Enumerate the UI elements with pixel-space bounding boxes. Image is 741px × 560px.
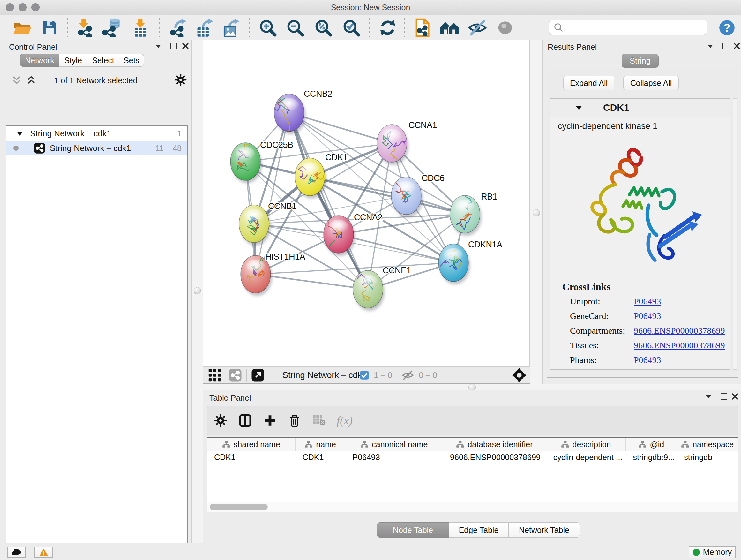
table-cell[interactable]: CDK1: [295, 451, 346, 463]
grid-view-icon[interactable]: [208, 368, 221, 382]
pan-target-icon[interactable]: [512, 368, 527, 382]
import-network-icon: [75, 18, 94, 37]
expand-all-button[interactable]: Expand All: [563, 76, 614, 90]
table-cell[interactable]: P06493: [345, 451, 443, 463]
hidden-eye-icon[interactable]: [401, 370, 414, 381]
table-panel-float-button[interactable]: [721, 393, 727, 400]
import-table-from-file-button[interactable]: [131, 19, 149, 37]
network-canvas[interactable]: CCNB2CCNA1CDC25BCDK1CDC6RB1CCNB1CCNA2CDK…: [203, 40, 530, 367]
table-panel-menu-button[interactable]: [706, 395, 711, 398]
table-tab-network-table[interactable]: Network Table: [509, 522, 580, 538]
table-scrollbar-thumb[interactable]: [210, 504, 268, 510]
network-row-selected[interactable]: String Network – cdk1 11 48: [6, 141, 187, 155]
selected-checkbox-icon[interactable]: [360, 370, 369, 380]
save-session-button[interactable]: [41, 19, 59, 37]
network-node-CDKN1A[interactable]: [436, 244, 468, 282]
results-tab-string[interactable]: String: [622, 54, 659, 68]
network-node-CCNB1[interactable]: [239, 205, 269, 243]
table-cell[interactable]: cyclin-dependent ...: [546, 451, 626, 463]
table-row[interactable]: CDK1CDK1P064939606.ENSP00000378699cyclin…: [207, 451, 738, 463]
crosslink-value-link[interactable]: 9606.ENSP00000378699: [634, 326, 725, 336]
column-header-database-identifier[interactable]: database identifier: [443, 438, 546, 451]
horizontal-splitter[interactable]: [203, 384, 741, 390]
zoom-selected-button[interactable]: [342, 19, 360, 37]
results-scrollbar[interactable]: [733, 98, 737, 370]
network-node-CDC6[interactable]: [391, 177, 421, 214]
tab-style[interactable]: Style: [59, 54, 87, 67]
crosslink-value-link[interactable]: P06493: [634, 311, 661, 321]
control-panel-float-button[interactable]: [171, 43, 177, 50]
node-table: shared namenamecanonical namedatabase id…: [207, 437, 738, 512]
column-header-namespace[interactable]: namespace: [677, 438, 738, 451]
help-button[interactable]: ?: [719, 19, 735, 37]
export-table-button[interactable]: [195, 19, 214, 37]
zoom-out-button[interactable]: [286, 19, 305, 37]
zoom-fit-button[interactable]: [314, 19, 333, 37]
right-splitter-grip[interactable]: [533, 209, 540, 216]
results-panel-close-button[interactable]: [733, 43, 740, 50]
network-graph[interactable]: CCNB2CCNA1CDC25BCDK1CDC6RB1CCNB1CCNA2CDK…: [203, 40, 529, 366]
refresh-view-button[interactable]: [379, 19, 397, 37]
delete-trash-icon[interactable]: [288, 414, 301, 427]
search-input[interactable]: [566, 21, 707, 34]
memory-button[interactable]: Memory: [689, 546, 736, 558]
column-header-shared-name[interactable]: shared name: [207, 438, 295, 451]
tab-sets[interactable]: Sets: [119, 54, 144, 67]
crosslink-value-link[interactable]: P06493: [634, 355, 661, 365]
import-network-from-file-button[interactable]: [75, 19, 94, 37]
gene-expand-arrow[interactable]: [576, 106, 582, 110]
add-row-icon[interactable]: [263, 414, 277, 427]
tab-select[interactable]: Select: [87, 54, 119, 67]
document-share-icon: [413, 18, 431, 38]
results-panel-menu-button[interactable]: [708, 45, 713, 48]
gene-section-header[interactable]: CDK1: [550, 99, 730, 117]
export-network-button[interactable]: [169, 19, 188, 37]
network-node-CCNB2[interactable]: [268, 94, 304, 132]
gear-icon[interactable]: [175, 74, 187, 86]
table-tab-edge-table[interactable]: Edge Table: [449, 522, 509, 538]
column-header-name[interactable]: name: [295, 438, 346, 451]
table-panel-close-button[interactable]: [731, 393, 738, 400]
network-collection-row[interactable]: String Network – cdk1 1: [6, 126, 187, 141]
hide-selected-button[interactable]: [468, 19, 487, 37]
export-image-button[interactable]: [221, 19, 240, 37]
table-cell[interactable]: 9606.ENSP00000378699: [443, 451, 546, 463]
open-session-button[interactable]: [12, 19, 32, 37]
share-view-icon[interactable]: [228, 368, 242, 382]
control-panel-menu-button[interactable]: [156, 45, 161, 48]
table-horizontal-scrollbar[interactable]: [207, 502, 738, 512]
crosslink-value-link[interactable]: P06493: [634, 296, 661, 307]
node-label-CCNA2: CCNA2: [354, 212, 382, 222]
column-header-canonical-name[interactable]: canonical name: [345, 438, 443, 451]
add-column-icon[interactable]: [239, 414, 252, 427]
column-header-at-id[interactable]: @id: [626, 438, 677, 451]
table-cell[interactable]: stringdb:9...: [626, 451, 677, 463]
collapse-all-button[interactable]: Collapse All: [623, 76, 679, 90]
left-splitter[interactable]: [192, 40, 203, 543]
tab-network[interactable]: Network: [20, 54, 59, 67]
show-all-button[interactable]: [496, 19, 515, 37]
import-network-from-database-button[interactable]: [102, 19, 123, 37]
zoom-in-button[interactable]: [259, 19, 277, 37]
table-cell[interactable]: CDK1: [207, 451, 295, 463]
network-node-CCNE1[interactable]: [353, 270, 383, 308]
warning-status-button[interactable]: [35, 547, 53, 558]
birds-eye-view-icon[interactable]: [251, 368, 265, 382]
network-label: String Network – cdk1: [50, 143, 131, 153]
node-label-CDK1: CDK1: [325, 152, 347, 162]
left-splitter-grip[interactable]: [194, 287, 201, 294]
column-header-description[interactable]: description: [546, 438, 626, 451]
table-tab-node-table[interactable]: Node Table: [377, 522, 449, 538]
network-node-RB1[interactable]: [450, 192, 480, 233]
home-button[interactable]: [439, 19, 460, 37]
table-cell[interactable]: stringdb: [677, 451, 738, 463]
crosslink-value-link[interactable]: 9606.ENSP00000378699: [634, 340, 725, 351]
network-node-CDC25B[interactable]: [230, 134, 260, 180]
network-node-CCNA2[interactable]: [323, 215, 354, 253]
control-panel-close-button[interactable]: [182, 43, 189, 50]
share-document-button[interactable]: [413, 19, 431, 37]
table-gear-icon[interactable]: [214, 414, 227, 427]
collection-expand-arrow[interactable]: [17, 132, 23, 136]
results-panel-float-button[interactable]: [723, 43, 729, 50]
cloud-status-button[interactable]: [7, 547, 25, 558]
